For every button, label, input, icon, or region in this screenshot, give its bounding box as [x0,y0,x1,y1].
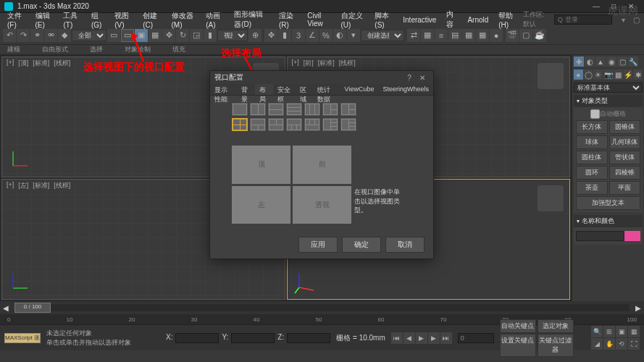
dlg-tab-region[interactable]: 区域 [296,84,314,95]
preview-vp-persp[interactable]: 透视 [293,186,351,224]
menu-civilview[interactable]: Civil View [303,10,335,29]
color-swatch[interactable] [624,231,640,241]
render-button[interactable]: ☕ [533,29,546,42]
menu-create[interactable]: 创建(C) [138,9,165,30]
name-color-header[interactable]: 名称和颜色 [574,215,643,227]
pan-button[interactable]: ✋ [603,338,615,350]
slider-right-icon[interactable]: ▶ [635,304,641,312]
menu-animation[interactable]: 动画(A) [201,9,228,30]
time-handle[interactable]: 0 / 100 [14,303,51,313]
coord-z-input[interactable] [287,333,330,343]
setkey-button[interactable]: 设置关键点 [500,334,536,357]
time-slider[interactable]: ◀ 0 / 100 ▶ [0,301,644,314]
layout-opt-10[interactable] [268,118,284,131]
search-input[interactable] [554,14,612,25]
pivot-button[interactable]: ⊕ [248,29,262,42]
menu-file[interactable]: 文件(F) [3,9,30,30]
display-tab[interactable]: ▢ [617,56,627,67]
helpers-subtab[interactable]: ▦ [614,70,623,80]
zoom-button[interactable]: 🔍 [591,326,603,337]
geometry-subtab[interactable]: ● [574,70,583,80]
layout-opt-4[interactable] [286,103,302,116]
dlg-tab-perf[interactable]: 显示性能 [210,84,237,95]
next-frame-button[interactable]: ▶ [428,332,440,344]
fov-button[interactable]: ◢ [591,338,603,350]
play-button[interactable]: ▶ [416,332,427,344]
subtab-selection[interactable]: 选择 [90,45,103,54]
zoom-extents-all-button[interactable]: ▦ [628,326,640,337]
maximize-vp-button[interactable]: ⛶ [628,338,640,350]
schematic-button[interactable]: ▦ [476,29,489,42]
minimize-button[interactable]: — [587,2,605,10]
menu-arnold[interactable]: Arnold [463,14,493,25]
apply-button[interactable]: 应用 [298,237,338,253]
layout-opt-11[interactable] [286,118,302,131]
curve-editor-button[interactable]: ▦ [462,29,475,42]
menu-script[interactable]: 脚本(S) [370,9,397,30]
dlg-tab-viewcube[interactable]: ViewCube [340,84,379,95]
ok-button[interactable]: 确定 [342,237,381,253]
layout-opt-13[interactable] [322,118,338,131]
redo-button[interactable]: ↷ [17,29,30,42]
create-tab[interactable]: ✚ [574,56,584,67]
dlg-tab-safe[interactable]: 安全框 [273,84,296,95]
slider-left-icon[interactable]: ◀ [3,304,9,312]
cancel-button[interactable]: 取消 [385,237,425,253]
hierarchy-tab[interactable]: ▲ [595,56,606,67]
snap-angle-button[interactable]: ∠ [306,29,319,42]
prim-geosphere[interactable]: 几何球体 [609,135,641,149]
viewcube-icon[interactable] [538,63,564,89]
keyfilter-button[interactable]: 关键点过滤器 [538,334,574,357]
space-subtab[interactable]: ⚡ [624,70,633,80]
dialog-titlebar[interactable]: 视口配置 ? ✕ [210,71,433,84]
prim-cone[interactable]: 圆锥体 [609,120,641,134]
autokey-button[interactable]: 自动关键点 [500,319,536,333]
layout-opt-3[interactable] [268,103,284,116]
viewport-label[interactable]: [+][顶][标准][线框] [5,59,72,68]
menu-graph[interactable]: 图形编辑器(D) [230,8,273,31]
orbit-button[interactable]: ⟲ [616,338,627,350]
motion-tab[interactable]: ◉ [606,56,616,67]
render-frame-button[interactable]: ▢ [519,29,532,42]
refcoord-dropdown[interactable]: 视图 [217,30,248,41]
prev-frame-button[interactable]: ◀ [403,332,415,344]
named-selection-dropdown[interactable]: 创建选择集 [361,30,404,41]
selection-filter[interactable]: 全部 [72,30,106,41]
move-button[interactable]: ✥ [162,29,175,42]
cameras-subtab[interactable]: 📷 [603,70,613,80]
rotate-button[interactable]: ↻ [176,29,189,42]
layout-opt-1[interactable] [232,103,248,116]
menu-modifiers[interactable]: 修改器(M) [167,9,201,30]
prim-box[interactable]: 长方体 [576,120,608,134]
object-name-input[interactable] [576,231,624,241]
dlg-tab-steering[interactable]: SteeringWheels [378,84,433,95]
layer-button[interactable]: ≡ [435,29,448,42]
layout-opt-2[interactable] [250,103,266,116]
link-button[interactable]: ⚭ [30,29,43,42]
object-type-header[interactable]: 对象类型 [574,95,643,107]
utilities-tab[interactable]: 🔧 [628,56,638,67]
coord-x-input[interactable] [175,333,219,343]
layout-opt-8[interactable] [232,118,248,131]
dlg-tab-stats[interactable]: 统计数据 [313,84,340,95]
mirror-button[interactable]: ⇄ [407,29,420,42]
layout-opt-9[interactable] [250,118,266,131]
layout-opt-12[interactable] [304,118,320,131]
current-frame-input[interactable] [458,333,494,343]
preview-vp-front[interactable]: 前 [293,146,351,184]
layout-opt-14[interactable] [340,118,356,131]
shapes-subtab[interactable]: ◯ [584,70,593,80]
time-track[interactable]: 0 / 100 [14,304,630,311]
subtab-modeling[interactable]: 建模 [7,45,20,54]
menu-view[interactable]: 视图(V) [110,9,137,30]
subtab-freeform[interactable]: 自由形式 [42,45,68,54]
snap-spinner-button[interactable]: ◐ [333,29,346,42]
prim-tube[interactable]: 管状体 [609,151,641,164]
menu-content[interactable]: 内容 [442,8,461,31]
primitive-category-dropdown[interactable]: 标准基本体 [574,83,643,93]
placement-button[interactable]: ▮ [204,29,217,42]
zoom-all-button[interactable]: ⊞ [603,326,615,337]
prim-teapot[interactable]: 茶壶 [576,181,608,195]
prim-torus[interactable]: 圆环 [576,166,608,180]
zoom-extents-button[interactable]: ▣ [616,326,627,337]
